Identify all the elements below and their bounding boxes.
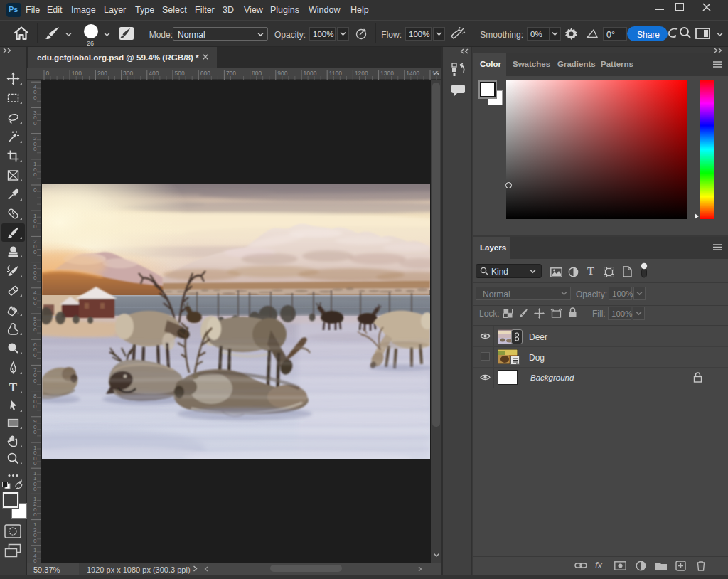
svg-text:0: 0 xyxy=(33,352,37,358)
svg-text:300: 300 xyxy=(123,70,133,77)
svg-text:0: 0 xyxy=(33,511,37,518)
svg-text:600: 600 xyxy=(200,70,210,77)
svg-text:200: 200 xyxy=(97,70,107,77)
svg-text:0: 0 xyxy=(33,429,37,435)
svg-text:0: 0 xyxy=(33,249,37,255)
svg-text:0: 0 xyxy=(33,538,37,544)
svg-text:1200: 1200 xyxy=(355,70,368,77)
svg-text:0: 0 xyxy=(33,95,37,101)
svg-text:1100: 1100 xyxy=(329,70,343,77)
svg-text:0: 0 xyxy=(33,403,37,410)
svg-text:700: 700 xyxy=(226,70,236,77)
svg-text:0: 0 xyxy=(33,378,37,384)
svg-text:0: 0 xyxy=(33,300,37,307)
svg-text:0: 0 xyxy=(33,460,37,467)
svg-text:100: 100 xyxy=(72,70,82,77)
svg-text:0: 0 xyxy=(33,558,37,563)
svg-text:0: 0 xyxy=(33,146,37,152)
svg-text:900: 900 xyxy=(277,70,287,77)
svg-text:1400: 1400 xyxy=(406,70,419,77)
svg-text:0: 0 xyxy=(33,187,37,193)
svg-text:0: 0 xyxy=(33,120,37,127)
svg-text:800: 800 xyxy=(252,70,262,77)
svg-text:1000: 1000 xyxy=(304,70,317,77)
svg-text:400: 400 xyxy=(149,70,159,77)
svg-text:T: T xyxy=(9,381,18,394)
svg-text:0: 0 xyxy=(33,486,37,492)
svg-text:500: 500 xyxy=(175,70,185,77)
svg-text:0: 0 xyxy=(33,171,37,178)
svg-text:0: 0 xyxy=(33,275,37,281)
svg-text:1300: 1300 xyxy=(380,70,394,77)
svg-text:0: 0 xyxy=(33,223,37,230)
svg-text:0: 0 xyxy=(46,70,50,77)
svg-text:0: 0 xyxy=(33,326,37,333)
